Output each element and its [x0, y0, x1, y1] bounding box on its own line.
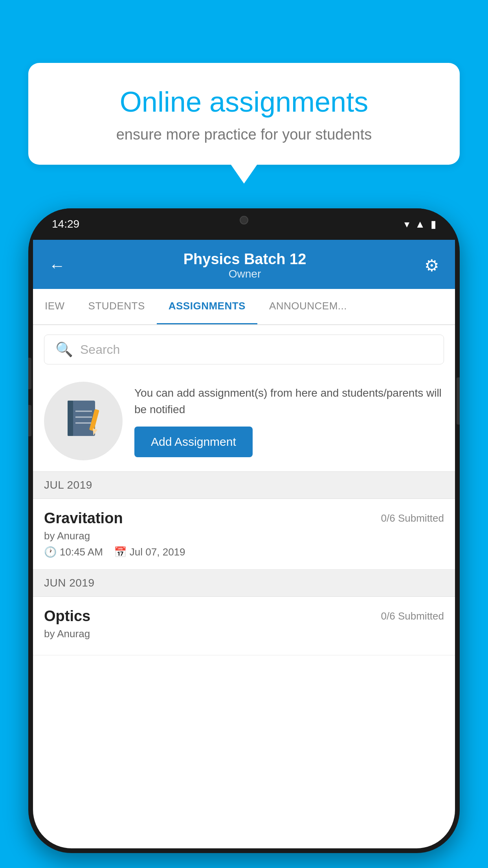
notebook-svg-icon: [64, 397, 103, 445]
phone-screen: ← Physics Batch 12 Owner ⚙ IEW STUDENTS …: [33, 240, 455, 848]
bubble-subtitle: ensure more practice for your students: [56, 126, 432, 143]
month-header-jul: JUL 2019: [33, 472, 455, 499]
status-icons: ▾ ▲ ▮: [404, 218, 436, 230]
assignment-row-top: Gravitation 0/6 Submitted: [44, 510, 444, 527]
camera-dot: [240, 216, 248, 224]
add-assignment-button[interactable]: Add Assignment: [134, 427, 253, 457]
assignment-time-value: 10:45 AM: [60, 546, 103, 558]
tab-iew[interactable]: IEW: [33, 289, 77, 324]
signal-icon: ▲: [415, 218, 425, 230]
wifi-icon: ▾: [404, 218, 409, 230]
speech-bubble: Online assignments ensure more practice …: [28, 63, 460, 165]
volume-up-button: [28, 358, 31, 389]
header-center: Physics Batch 12 Owner: [65, 251, 424, 280]
header-title: Physics Batch 12: [65, 251, 424, 268]
speech-bubble-container: Online assignments ensure more practice …: [28, 63, 460, 165]
promo-icon-circle: [44, 382, 123, 460]
status-bar: 14:29 ▾ ▲ ▮: [28, 208, 460, 240]
assignment-meta: 🕐 10:45 AM 📅 Jul 07, 2019: [44, 546, 444, 558]
svg-rect-1: [68, 401, 73, 436]
month-header-jun: JUN 2019: [33, 570, 455, 597]
assignment-name-optics: Optics: [44, 608, 90, 625]
search-icon: 🔍: [55, 341, 73, 358]
clock-icon: 🕐: [44, 546, 57, 558]
settings-icon[interactable]: ⚙: [424, 256, 439, 275]
tabs-container: IEW STUDENTS ASSIGNMENTS ANNOUNCEM...: [33, 289, 455, 325]
assignment-row-top-optics: Optics 0/6 Submitted: [44, 608, 444, 625]
power-button: [457, 377, 460, 425]
search-placeholder: Search: [80, 342, 120, 357]
phone-frame: 14:29 ▾ ▲ ▮ ← Physics Batch 12 Owner ⚙ I…: [28, 208, 460, 853]
header-subtitle: Owner: [65, 268, 424, 280]
assignment-submitted: 0/6 Submitted: [381, 512, 444, 524]
assignment-date-value: Jul 07, 2019: [130, 546, 185, 558]
bubble-title: Online assignments: [56, 86, 432, 118]
assignment-submitted-optics: 0/6 Submitted: [381, 610, 444, 622]
promo-text: You can add assignment(s) from here and …: [134, 385, 444, 418]
calendar-icon: 📅: [114, 546, 127, 558]
back-button[interactable]: ←: [49, 256, 65, 275]
assignment-time: 🕐 10:45 AM: [44, 546, 103, 558]
status-time: 14:29: [52, 218, 79, 230]
tab-announcements[interactable]: ANNOUNCEM...: [257, 289, 359, 324]
assignment-item-optics[interactable]: Optics 0/6 Submitted by Anurag: [33, 597, 455, 655]
volume-down-button: [28, 405, 31, 436]
assignment-name: Gravitation: [44, 510, 123, 527]
phone-notch: [209, 208, 279, 232]
content-area: 🔍 Search: [33, 325, 455, 848]
app-header: ← Physics Batch 12 Owner ⚙: [33, 240, 455, 289]
battery-icon: ▮: [431, 218, 436, 230]
tab-assignments[interactable]: ASSIGNMENTS: [157, 289, 257, 324]
promo-content: You can add assignment(s) from here and …: [134, 385, 444, 457]
assignment-by-optics: by Anurag: [44, 628, 444, 640]
assignment-by: by Anurag: [44, 530, 444, 542]
promo-section: You can add assignment(s) from here and …: [33, 374, 455, 472]
assignment-item-gravitation[interactable]: Gravitation 0/6 Submitted by Anurag 🕐 10…: [33, 499, 455, 570]
tab-students[interactable]: STUDENTS: [77, 289, 157, 324]
search-bar[interactable]: 🔍 Search: [44, 335, 444, 364]
assignment-date: 📅 Jul 07, 2019: [114, 546, 185, 558]
